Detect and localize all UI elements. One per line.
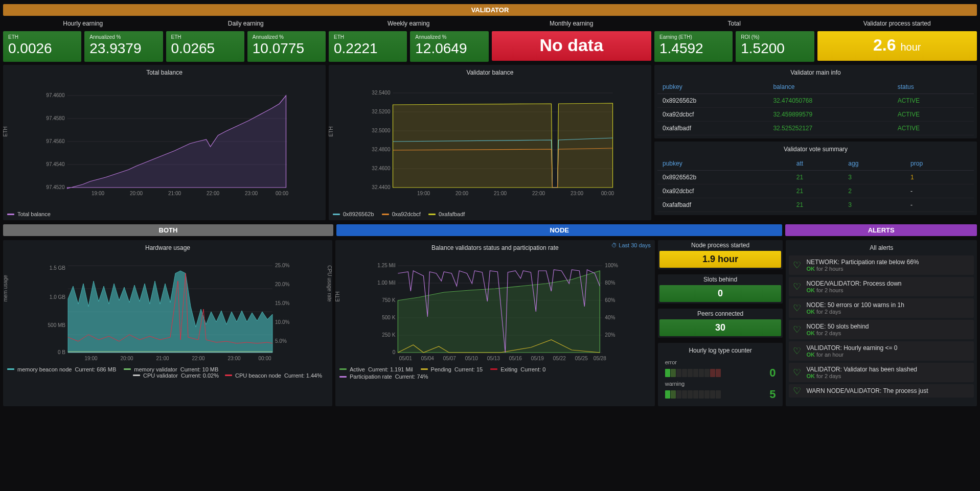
weekly-eth-stat[interactable]: ETH 0.2221 (329, 31, 407, 62)
svg-text:23:00: 23:00 (571, 191, 583, 196)
svg-text:60%: 60% (605, 297, 615, 303)
section-header-alerts[interactable]: ALERTS (785, 224, 977, 236)
svg-text:97.4600: 97.4600 (46, 92, 65, 98)
heart-icon: ♡ (793, 345, 801, 357)
table-row[interactable]: 0xafafbadf32.525252127ACTIVE (657, 121, 974, 135)
svg-text:20.0%: 20.0% (275, 282, 289, 287)
svg-text:05/01: 05/01 (399, 356, 412, 361)
heart-icon: ♡ (793, 324, 801, 335)
svg-text:23:00: 23:00 (227, 356, 240, 361)
svg-text:97.4560: 97.4560 (46, 138, 65, 144)
svg-text:21:00: 21:00 (168, 191, 181, 196)
panel-hourly-earning: Hourly earning ETH 0.0026 Annualized % 2… (3, 18, 163, 62)
table-row[interactable]: 0xa92dcbcf32.459899579ACTIVE (657, 107, 974, 121)
hourly-title: Hourly earning (3, 18, 163, 31)
alert-item[interactable]: ♡VALIDATOR: Hourly earning <= 0OK for an… (789, 341, 974, 361)
svg-text:32.4600: 32.4600 (372, 166, 391, 171)
alert-item[interactable]: ♡WARN NODE/VALIDATOR: The process just (789, 384, 974, 398)
svg-text:00:00: 00:00 (601, 191, 614, 196)
validator-balance-chart[interactable]: 32.4400 32.4600 32.4800 32.5000 32.5200 … (332, 80, 648, 208)
daily-ann-stat[interactable]: Annualized % 10.0775 (247, 31, 326, 62)
panel-hardware-usage[interactable]: Hardware usage mem usage CPU usage rate … (3, 240, 332, 406)
svg-text:22:00: 22:00 (532, 191, 545, 196)
svg-text:0 B: 0 B (58, 349, 65, 355)
svg-text:1.5 GB: 1.5 GB (50, 265, 65, 271)
panel-node-process[interactable]: Node process started 1.9 hour (658, 240, 783, 269)
svg-text:20:00: 20:00 (455, 191, 468, 196)
panel-peers[interactable]: Peers connected 30 (658, 309, 783, 338)
table-row[interactable]: 0x8926562b32.474050768ACTIVE (657, 93, 974, 107)
hourly-eth-stat[interactable]: ETH 0.0026 (3, 31, 81, 62)
svg-text:1.25 Mil: 1.25 Mil (377, 263, 395, 268)
total-roi-stat[interactable]: ROI (%) 1.5200 (736, 31, 814, 62)
alert-item[interactable]: ♡NODE: 50 slots behindOK for 2 days (789, 320, 974, 339)
total-eth-stat[interactable]: Earning (ETH) 1.4592 (654, 31, 733, 62)
section-header-both[interactable]: BOTH (3, 224, 333, 236)
svg-text:23:00: 23:00 (245, 191, 258, 196)
svg-text:00:00: 00:00 (258, 356, 271, 361)
svg-text:0: 0 (393, 349, 396, 355)
table-row[interactable]: 0xa92dcbcf212- (657, 184, 974, 198)
svg-text:32.4400: 32.4400 (372, 184, 391, 190)
alert-item[interactable]: ♡VALIDATOR: Validator has been slashedOK… (789, 363, 974, 382)
svg-text:97.4580: 97.4580 (46, 115, 65, 121)
participation-chart[interactable]: 0 250 K 500 K 750 K 1.00 Mil 1.25 Mil 10… (338, 255, 652, 363)
svg-text:05/07: 05/07 (443, 356, 456, 361)
panel-alerts[interactable]: All alerts ♡NETWORK: Participation rate … (786, 240, 977, 406)
svg-text:25.0%: 25.0% (275, 263, 289, 268)
validator-process-stat[interactable]: 2.6 hour (817, 31, 977, 61)
svg-text:100%: 100% (605, 263, 618, 268)
svg-text:5.0%: 5.0% (275, 338, 287, 344)
svg-text:10.0%: 10.0% (275, 319, 289, 325)
alert-item[interactable]: ♡NODE/VALIDATOR: Process downOK for 2 ho… (789, 277, 974, 296)
svg-text:19:00: 19:00 (84, 356, 97, 361)
svg-text:1.0 GB: 1.0 GB (50, 294, 65, 300)
svg-text:40%: 40% (605, 315, 615, 320)
panel-validator-balance[interactable]: Validator balance ETH 32.4400 32.4600 32… (329, 65, 651, 221)
svg-text:750 K: 750 K (382, 297, 395, 303)
heart-icon: ♡ (793, 260, 801, 271)
section-header-node[interactable]: NODE (336, 224, 782, 236)
panel-main-info[interactable]: Validator main info pubkey balance statu… (654, 65, 977, 138)
svg-text:20:00: 20:00 (130, 191, 143, 196)
svg-text:05/28: 05/28 (594, 356, 606, 361)
panel-monthly-earning: Monthly earning No data (492, 18, 652, 62)
svg-text:22:00: 22:00 (192, 356, 204, 361)
table-row[interactable]: 0x8926562b2131 (657, 170, 974, 184)
total-balance-chart[interactable]: 97.4520 97.4540 97.4560 97.4580 97.4600 … (6, 80, 323, 208)
table-row[interactable]: 0xafafbadf213- (657, 198, 974, 212)
panel-total-balance[interactable]: Total balance ETH 97.4520 97.4540 97.456… (3, 65, 326, 221)
svg-text:15.0%: 15.0% (275, 300, 289, 306)
svg-text:21:00: 21:00 (156, 356, 169, 361)
svg-text:97.4540: 97.4540 (46, 161, 65, 167)
panel-participation[interactable]: Balance validators status and participat… (335, 240, 655, 406)
svg-text:32.4800: 32.4800 (372, 147, 391, 152)
alert-item[interactable]: ♡NODE: 50 errors or 100 warns in 1hOK fo… (789, 298, 974, 318)
svg-text:05/19: 05/19 (531, 356, 544, 361)
panel-log-counter[interactable]: Hourly log type counter error 0 warning … (658, 343, 783, 406)
panel-slots-behind[interactable]: Slots behind 0 (658, 274, 783, 303)
panel-vote-summary[interactable]: Validator vote summary pubkey att agg pr… (654, 142, 977, 215)
col-pubkey[interactable]: pubkey (657, 80, 768, 94)
svg-text:500 MB: 500 MB (48, 322, 66, 328)
svg-text:32.5000: 32.5000 (372, 128, 391, 133)
alert-item[interactable]: ♡NETWORK: Participation rate below 66%OK… (789, 255, 974, 275)
daily-eth-stat[interactable]: ETH 0.0265 (166, 31, 244, 62)
svg-text:250 K: 250 K (382, 332, 395, 338)
svg-text:32.5400: 32.5400 (372, 90, 391, 96)
svg-text:1.00 Mil: 1.00 Mil (377, 280, 395, 286)
monthly-nodata-stat[interactable]: No data (492, 31, 652, 61)
hourly-ann-stat[interactable]: Annualized % 23.9379 (84, 31, 163, 62)
svg-text:20%: 20% (605, 332, 615, 338)
col-status[interactable]: status (893, 80, 974, 94)
hardware-chart[interactable]: 0 B 500 MB 1.0 GB 1.5 GB 25.0% 20.0% 15.… (6, 255, 329, 363)
svg-text:05/16: 05/16 (509, 356, 522, 361)
heart-icon: ♡ (793, 302, 801, 314)
svg-text:05/04: 05/04 (421, 356, 434, 361)
section-header-validator[interactable]: VALIDATOR (3, 4, 977, 16)
weekly-ann-stat[interactable]: Annualized % 12.0649 (410, 31, 488, 62)
svg-text:05/10: 05/10 (465, 356, 478, 361)
time-range-link[interactable]: ⏱ Last 30 days (611, 242, 650, 248)
col-balance[interactable]: balance (768, 80, 892, 94)
svg-text:21:00: 21:00 (494, 191, 507, 196)
